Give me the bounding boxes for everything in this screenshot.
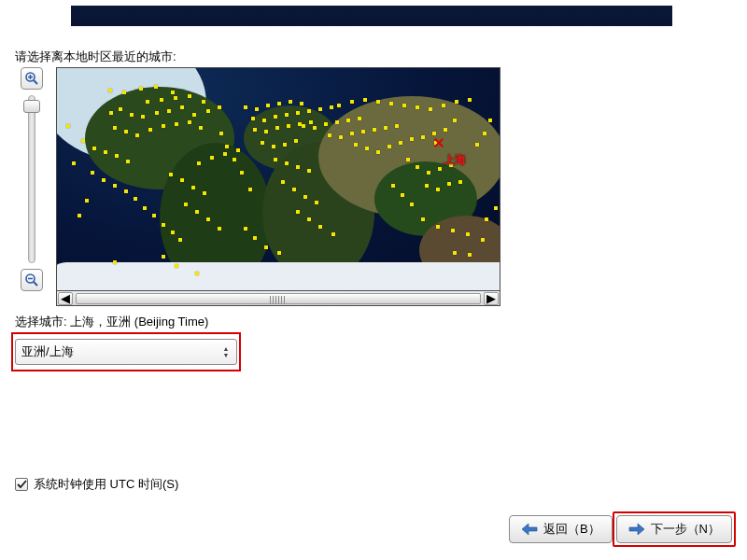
city-dot[interactable]: [281, 180, 285, 184]
city-dot[interactable]: [143, 206, 147, 210]
zoom-out-button[interactable]: [21, 269, 43, 291]
city-dot[interactable]: [233, 158, 236, 161]
city-dot[interactable]: [468, 253, 472, 257]
city-dot[interactable]: [436, 188, 440, 191]
city-dot[interactable]: [376, 100, 380, 104]
city-dot[interactable]: [350, 100, 354, 104]
city-dot[interactable]: [162, 255, 165, 259]
city-dot[interactable]: [195, 210, 199, 214]
city-dot[interactable]: [113, 126, 117, 130]
city-dot[interactable]: [296, 165, 300, 169]
city-dot[interactable]: [483, 132, 486, 135]
city-dot[interactable]: [148, 128, 152, 132]
city-dot[interactable]: [444, 128, 447, 132]
city-dot[interactable]: [328, 133, 331, 137]
city-dot[interactable]: [399, 141, 402, 145]
city-dot[interactable]: [421, 217, 425, 221]
city-dot[interactable]: [203, 191, 206, 195]
city-dot[interactable]: [425, 184, 429, 188]
scroll-thumb[interactable]: [76, 293, 481, 304]
city-dot[interactable]: [451, 229, 455, 232]
city-dot[interactable]: [455, 100, 458, 104]
city-dot[interactable]: [313, 126, 317, 130]
city-dot[interactable]: [244, 227, 247, 231]
city-dot[interactable]: [108, 89, 112, 92]
city-dot[interactable]: [91, 171, 94, 175]
city-dot[interactable]: [339, 135, 343, 139]
city-dot[interactable]: [274, 115, 277, 119]
city-dot[interactable]: [251, 117, 255, 120]
city-dot[interactable]: [199, 126, 203, 130]
city-dot[interactable]: [458, 180, 462, 184]
city-dot[interactable]: [160, 98, 163, 102]
city-dot[interactable]: [391, 184, 395, 188]
scroll-right-button[interactable]: ▶: [484, 292, 499, 305]
city-dot[interactable]: [330, 105, 333, 109]
city-dot[interactable]: [307, 169, 311, 173]
city-dot[interactable]: [171, 231, 175, 234]
zoom-handle[interactable]: [23, 100, 40, 113]
city-dot[interactable]: [146, 100, 149, 104]
city-dot[interactable]: [180, 105, 184, 109]
city-dot[interactable]: [331, 232, 335, 236]
city-dot[interactable]: [141, 115, 145, 119]
city-dot[interactable]: [289, 100, 292, 104]
city-dot[interactable]: [402, 104, 406, 107]
city-dot[interactable]: [292, 188, 296, 191]
city-dot[interactable]: [240, 171, 244, 175]
city-dot[interactable]: [236, 148, 240, 152]
city-dot[interactable]: [303, 195, 307, 199]
city-dot[interactable]: [92, 147, 96, 150]
city-dot[interactable]: [162, 124, 165, 128]
city-dot[interactable]: [130, 113, 134, 117]
city-dot[interactable]: [135, 133, 139, 137]
city-dot[interactable]: [494, 206, 498, 210]
city-dot[interactable]: [174, 96, 177, 100]
city-dot[interactable]: [453, 119, 457, 122]
city-dot[interactable]: [139, 87, 143, 91]
city-dot[interactable]: [219, 132, 223, 135]
city-dot[interactable]: [335, 120, 339, 124]
city-dot[interactable]: [466, 232, 470, 236]
world-map[interactable]: 上海: [56, 67, 500, 291]
city-dot[interactable]: [294, 139, 298, 143]
city-dot[interactable]: [191, 186, 195, 189]
city-dot[interactable]: [432, 132, 436, 135]
zoom-slider[interactable]: [28, 95, 35, 263]
city-dot[interactable]: [275, 126, 279, 130]
city-dot[interactable]: [152, 214, 156, 217]
city-dot[interactable]: [178, 238, 182, 242]
city-dot[interactable]: [253, 128, 257, 132]
city-dot[interactable]: [285, 161, 289, 165]
city-dot[interactable]: [115, 154, 119, 158]
city-dot[interactable]: [475, 143, 479, 147]
city-dot[interactable]: [72, 161, 76, 165]
city-dot[interactable]: [274, 158, 277, 161]
city-dot[interactable]: [277, 102, 281, 105]
city-dot[interactable]: [485, 217, 488, 221]
city-dot[interactable]: [113, 184, 117, 188]
city-dot[interactable]: [307, 217, 311, 221]
city-dot[interactable]: [261, 141, 264, 145]
city-dot[interactable]: [218, 105, 221, 109]
city-dot[interactable]: [81, 139, 85, 143]
city-dot[interactable]: [427, 171, 430, 175]
city-dot[interactable]: [66, 124, 70, 128]
city-dot[interactable]: [264, 130, 268, 133]
city-dot[interactable]: [358, 117, 361, 120]
city-dot[interactable]: [315, 201, 318, 204]
city-dot[interactable]: [188, 94, 191, 98]
city-dot[interactable]: [162, 223, 165, 227]
city-dot[interactable]: [416, 105, 419, 109]
city-dot[interactable]: [154, 85, 158, 89]
city-dot[interactable]: [188, 120, 191, 124]
city-dot[interactable]: [296, 111, 300, 115]
back-button[interactable]: 返回（B）: [509, 515, 613, 543]
city-dot[interactable]: [389, 102, 393, 105]
city-dot[interactable]: [318, 107, 322, 111]
city-dot[interactable]: [350, 132, 354, 135]
city-dot[interactable]: [169, 173, 173, 176]
city-dot[interactable]: [167, 109, 171, 113]
city-dot[interactable]: [447, 182, 451, 186]
city-dot[interactable]: [302, 124, 305, 128]
